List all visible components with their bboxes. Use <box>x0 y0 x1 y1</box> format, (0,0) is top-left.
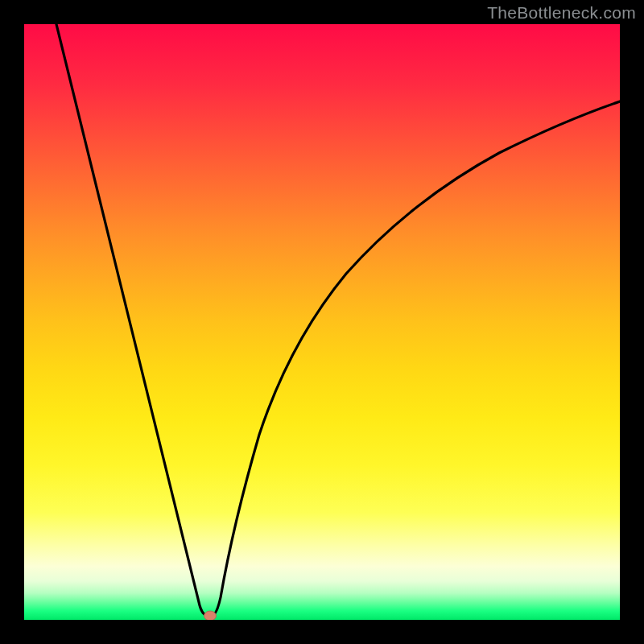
curve-layer <box>24 24 620 620</box>
minimum-marker <box>204 611 217 620</box>
plot-area <box>24 24 620 620</box>
chart-frame: TheBottleneck.com <box>0 0 644 644</box>
watermark-text: TheBottleneck.com <box>487 3 636 23</box>
curve-right-branch <box>211 101 620 617</box>
curve-left-branch <box>56 24 207 616</box>
